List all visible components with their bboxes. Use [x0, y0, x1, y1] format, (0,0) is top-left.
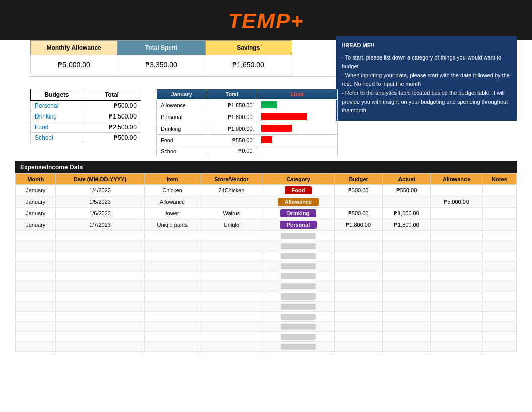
expense-table: MonthDate (MM-DD-YYYY)ItemStore/VendorCa…	[15, 173, 517, 352]
analytics-col2: Total	[207, 89, 257, 100]
analytics-bar-cell	[257, 100, 337, 111]
expense-allowance	[431, 219, 482, 231]
expense-item: Chicken	[144, 185, 201, 196]
expense-col-header: Budget	[334, 174, 382, 185]
analytics-label: Food	[157, 135, 207, 146]
analytics-row: Personal ₱1,800.00	[157, 111, 338, 123]
analytics-row: Drinking ₱1,000.00	[157, 123, 338, 135]
savings-label: Savings	[205, 40, 292, 55]
analytics-value: ₱550.00	[207, 135, 257, 146]
expense-section: Expense/Income Data MonthDate (MM-DD-YYY…	[0, 161, 532, 362]
analytics-bar-cell	[257, 111, 337, 123]
expense-col-header: Store/Vendor	[201, 174, 262, 185]
expense-budget: ₱500.00	[334, 208, 382, 219]
budgets-row: Personal ₱500.00	[31, 101, 141, 111]
expense-allowance	[431, 185, 482, 196]
expense-col-header: Item	[144, 174, 201, 185]
analytics-label: Personal	[157, 111, 207, 123]
expense-row: January 1/4/2023 Chicken 24Chicken Food …	[16, 185, 517, 196]
expense-item: tower	[144, 208, 201, 219]
budget-total: ₱500.00	[83, 133, 141, 143]
budget-category: Personal	[31, 101, 83, 111]
expense-empty-row	[16, 302, 517, 312]
header-bar: TEMP+	[0, 0, 532, 40]
total-spent-value: ₱3,350.00	[118, 55, 205, 74]
analytics-value: ₱1,800.00	[207, 111, 257, 123]
expense-actual	[382, 196, 431, 208]
expense-date: 1/4/2023	[56, 185, 144, 196]
budgets-col2: Total	[83, 89, 141, 101]
budget-category: School	[31, 133, 83, 143]
expense-empty-row	[16, 231, 517, 241]
expense-date: 1/7/2023	[56, 219, 144, 231]
monthly-allowance-label: Monthly Allowance	[30, 40, 117, 55]
expense-notes	[482, 219, 516, 231]
budgets-col1: Budgets	[31, 89, 83, 101]
expense-notes	[482, 196, 516, 208]
expense-month: January	[16, 208, 56, 219]
main-content: Budgets Total Personal ₱500.00 Drinking …	[0, 79, 532, 161]
expense-category: Personal	[262, 219, 335, 231]
expense-category: Allowance	[262, 196, 335, 208]
expense-item: Uniqlo pants	[144, 219, 201, 231]
analytics-col3: Limit	[257, 89, 337, 100]
expense-month: January	[16, 219, 56, 231]
analytics-row: Food ₱550.00	[157, 135, 338, 146]
analytics-bar-cell	[257, 123, 337, 135]
expense-header: Expense/Income Data	[15, 161, 517, 173]
expense-col-header: Month	[16, 174, 56, 185]
savings-value: ₱1,650.00	[205, 55, 292, 74]
budget-total: ₱500.00	[83, 101, 141, 111]
expense-col-header: Category	[262, 174, 335, 185]
budget-total: ₱1,500.00	[83, 111, 141, 122]
expense-category: Food	[262, 185, 335, 196]
expense-store: 24Chicken	[201, 185, 262, 196]
expense-actual: ₱1,800.00	[382, 219, 431, 231]
budgets-table: Budgets Total Personal ₱500.00 Drinking …	[30, 89, 141, 143]
budgets-section: Budgets Total Personal ₱500.00 Drinking …	[30, 89, 141, 156]
expense-actual: ₱550.00	[382, 185, 431, 196]
expense-store: Walrus	[201, 208, 262, 219]
expense-row: January 1/6/2023 tower Walrus Drinking ₱…	[16, 208, 517, 219]
expense-empty-row	[16, 332, 517, 342]
expense-notes	[482, 185, 516, 196]
expense-empty-row	[16, 322, 517, 332]
analytics-value: ₱0.00	[207, 146, 257, 156]
expense-row: January 1/7/2023 Uniqlo pants Uniqlo Per…	[16, 219, 517, 231]
monthly-allowance-value: ₱5,000.00	[31, 55, 118, 74]
expense-col-header: Date (MM-DD-YYYY)	[56, 174, 144, 185]
expense-store: Uniqlo	[201, 219, 262, 231]
expense-category: Drinking	[262, 208, 335, 219]
analytics-label: Allowance	[157, 100, 207, 111]
expense-month: January	[16, 196, 56, 208]
readme-line-1: - To start, please list down a category …	[342, 53, 511, 71]
analytics-table: January Total Limit Allowance ₱1,650.00 …	[156, 89, 338, 156]
expense-empty-row	[16, 342, 517, 352]
expense-budget: ₱1,800.00	[334, 219, 382, 231]
expense-allowance: ₱5,000.00	[431, 196, 482, 208]
expense-empty-row	[16, 241, 517, 251]
expense-empty-row	[16, 261, 517, 271]
summary-labels: Monthly Allowance Total Spent Savings	[30, 40, 292, 55]
expense-empty-row	[16, 312, 517, 322]
analytics-row: Allowance ₱1,650.00	[157, 100, 338, 111]
expense-notes	[482, 208, 516, 219]
app-title: TEMP+	[0, 9, 532, 33]
expense-col-header: Allowance	[431, 174, 482, 185]
expense-col-header: Actual	[382, 174, 431, 185]
expense-empty-row	[16, 291, 517, 302]
analytics-value: ₱1,650.00	[207, 100, 257, 111]
expense-store	[201, 196, 262, 208]
analytics-value: ₱1,000.00	[207, 123, 257, 135]
budget-total: ₱2,500.00	[83, 122, 141, 133]
total-spent-label: Total Spent	[117, 40, 205, 55]
expense-month: January	[16, 185, 56, 196]
expense-item: Allowance	[144, 196, 201, 208]
budget-category: Drinking	[31, 111, 83, 122]
expense-actual: ₱1,000.00	[382, 208, 431, 219]
budgets-row: School ₱500.00	[31, 133, 141, 143]
analytics-bar-cell	[257, 135, 337, 146]
budgets-row: Drinking ₱1,500.00	[31, 111, 141, 122]
analytics-bar-cell	[257, 146, 337, 156]
expense-allowance	[431, 208, 482, 219]
